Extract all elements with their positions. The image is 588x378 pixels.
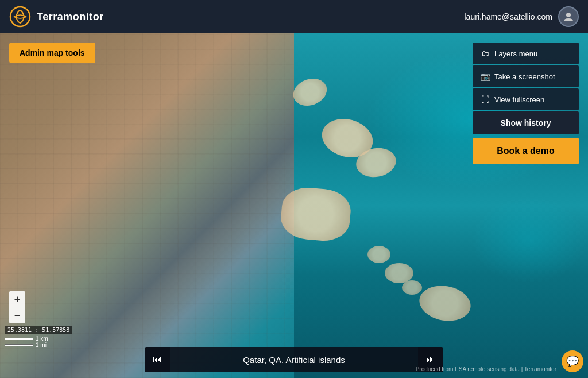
user-area: lauri.hame@satellio.com <box>465 6 579 27</box>
bottom-navigation-bar: ⏮ Qatar, QA. Artificial islands ⏭ <box>145 347 443 372</box>
app-title: Terramonitor <box>37 11 104 23</box>
layers-icon: 🗂 <box>481 49 490 58</box>
scale-km: 1 km <box>5 335 72 342</box>
logo-icon <box>9 6 31 28</box>
coords-bar: 25.3811 : 51.57858 1 km 1 mi <box>5 326 72 348</box>
zoom-controls: + − <box>9 291 25 323</box>
admin-map-tools-button[interactable]: Admin map tools <box>9 43 95 63</box>
layers-menu-item[interactable]: 🗂 Layers menu <box>473 43 579 64</box>
map[interactable]: Admin map tools 🗂 Layers menu 📷 Take a s… <box>0 33 588 378</box>
screenshot-menu-item[interactable]: 📷 Take a screenshot <box>473 65 579 87</box>
fullscreen-icon: ⛶ <box>481 95 490 104</box>
scale-mi: 1 mi <box>5 342 72 348</box>
svg-point-1 <box>566 13 571 17</box>
previous-location-button[interactable]: ⏮ <box>145 347 170 372</box>
header: Terramonitor lauri.hame@satellio.com <box>0 0 588 33</box>
zoom-in-button[interactable]: + <box>9 291 25 307</box>
user-email: lauri.hame@satellio.com <box>465 12 553 21</box>
island-7 <box>402 280 422 295</box>
zoom-out-button[interactable]: − <box>9 307 25 323</box>
camera-icon: 📷 <box>481 72 490 81</box>
fullscreen-menu-item[interactable]: ⛶ View fullscreen <box>473 88 579 110</box>
right-panel: 🗂 Layers menu 📷 Take a screenshot ⛶ View… <box>473 43 579 164</box>
logo-area: Terramonitor <box>9 6 104 28</box>
scale-bar-km <box>5 338 33 340</box>
user-avatar[interactable] <box>558 6 579 27</box>
scale-bar-mi <box>5 344 33 346</box>
coordinates-display: 25.3811 : 51.57858 <box>5 326 72 334</box>
attribution: Produced from ESA remote sensing data | … <box>416 366 556 372</box>
book-demo-button[interactable]: Book a demo <box>473 138 579 164</box>
location-name: Qatar, QA. Artificial islands <box>170 355 418 365</box>
show-history-button[interactable]: Show history <box>473 111 579 134</box>
chat-button[interactable]: 💬 <box>562 350 583 372</box>
island-5 <box>368 246 390 263</box>
